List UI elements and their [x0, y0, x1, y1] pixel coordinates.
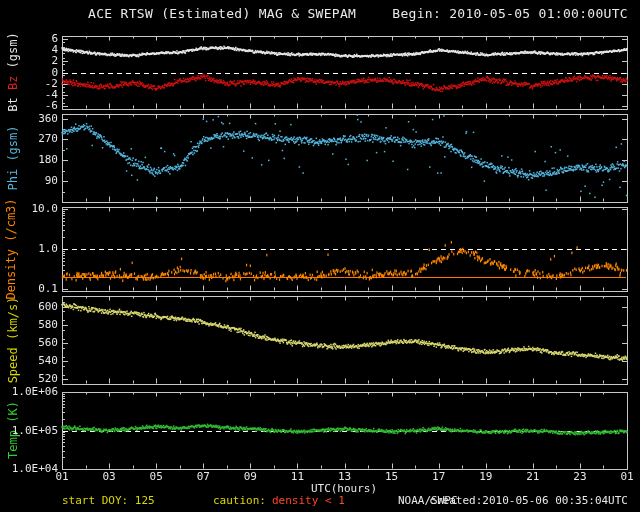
y-tick-label-mag-6: -6 — [45, 100, 58, 112]
y-tick-label-phi-0: 360 — [38, 113, 58, 125]
y-tick-label-density-0: 10.0 — [32, 203, 59, 215]
x-tick-label-10: 21 — [524, 471, 542, 483]
y-tick-label-speed-2: 560 — [38, 337, 58, 349]
y-tick-label-temp-1: 1.0E+05 — [12, 425, 58, 437]
x-tick-label-11: 23 — [571, 471, 589, 483]
y-tick-label-density-2: 0.1 — [38, 283, 58, 295]
start-doy-label: start DOY: 125 — [62, 495, 155, 507]
y-tick-label-density-1: 1.0 — [38, 243, 58, 255]
plot-canvas — [0, 0, 640, 512]
caution-label: caution: — [213, 495, 266, 507]
ace-rtsw-plot: ACE RTSW (Estimated) MAG & SWEPAM Begin:… — [0, 0, 640, 512]
x-tick-label-4: 09 — [241, 471, 259, 483]
begin-timestamp: Begin: 2010-05-05 01:00:00UTC — [392, 8, 628, 20]
x-tick-label-6: 13 — [336, 471, 354, 483]
y-tick-label-speed-0: 600 — [38, 301, 58, 313]
y-axis-label-density: Density (/cm3) — [4, 198, 18, 299]
bz-label: Bz — [6, 76, 20, 90]
x-tick-label-9: 19 — [477, 471, 495, 483]
y-axis-label-mag: Bt Bz (gsm) — [6, 32, 20, 112]
gsm-unit-label: (gsm) — [6, 32, 20, 68]
y-axis-label-phi: Phi (gsm) — [6, 125, 20, 190]
caution-value: density < 1 — [272, 495, 345, 507]
y-axis-label-speed: Speed (km/s) — [6, 297, 20, 384]
y-tick-label-phi-2: 180 — [38, 154, 58, 166]
y-tick-label-temp-0: 1.0E+06 — [12, 386, 58, 398]
y-tick-label-speed-3: 540 — [38, 355, 58, 367]
created-timestamp: created:2010-05-06 00:35:04UTC — [429, 495, 628, 507]
x-tick-label-5: 11 — [288, 471, 306, 483]
x-tick-label-2: 05 — [147, 471, 165, 483]
x-tick-label-12: 01 — [618, 471, 636, 483]
y-tick-label-temp-2: 1.0E+04 — [12, 463, 58, 475]
plot-title: ACE RTSW (Estimated) MAG & SWEPAM — [88, 8, 356, 20]
x-tick-label-7: 15 — [383, 471, 401, 483]
x-tick-label-8: 17 — [430, 471, 448, 483]
bt-label: Bt — [6, 97, 20, 111]
x-tick-label-3: 07 — [194, 471, 212, 483]
x-tick-label-0: 01 — [53, 471, 71, 483]
y-tick-label-speed-4: 520 — [38, 373, 58, 385]
x-tick-label-1: 03 — [100, 471, 118, 483]
y-tick-label-speed-1: 580 — [38, 319, 58, 331]
y-tick-label-phi-1: 270 — [38, 133, 58, 145]
y-tick-label-phi-3: 90 — [45, 175, 58, 187]
